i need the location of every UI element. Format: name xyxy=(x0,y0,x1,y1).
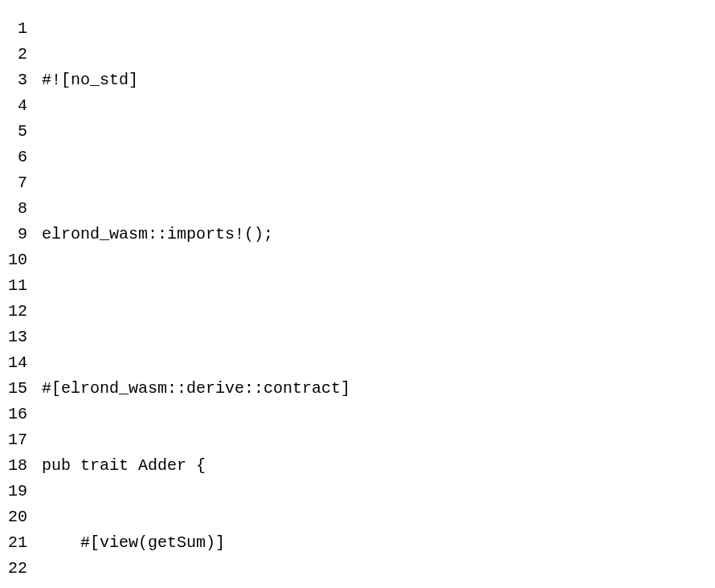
line-number: 8 xyxy=(8,196,27,222)
code-line xyxy=(42,299,707,325)
code-content: #![no_std] elrond_wasm::imports!(); #[el… xyxy=(42,16,707,588)
line-number-gutter: 1 2 3 4 5 6 7 8 9 10 11 12 13 14 15 16 1… xyxy=(8,16,42,588)
code-block: 1 2 3 4 5 6 7 8 9 10 11 12 13 14 15 16 1… xyxy=(8,16,707,588)
line-number: 7 xyxy=(8,170,27,196)
code-line: pub trait Adder { xyxy=(42,453,707,479)
line-number: 15 xyxy=(8,376,27,402)
line-number: 9 xyxy=(8,222,27,247)
code-line: #[elrond_wasm::derive::contract] xyxy=(42,376,707,402)
line-number: 12 xyxy=(8,299,27,325)
line-number: 4 xyxy=(8,93,27,119)
line-number: 6 xyxy=(8,145,27,170)
line-number: 10 xyxy=(8,247,27,273)
line-number: 22 xyxy=(8,556,27,582)
line-number: 3 xyxy=(8,67,27,93)
line-number: 5 xyxy=(8,119,27,145)
line-number: 13 xyxy=(8,325,27,350)
line-number: 14 xyxy=(8,350,27,376)
line-number: 11 xyxy=(8,273,27,299)
line-number: 17 xyxy=(8,427,27,453)
line-number: 16 xyxy=(8,402,27,427)
line-number: 20 xyxy=(8,504,27,530)
line-number: 19 xyxy=(8,479,27,504)
line-number: 21 xyxy=(8,530,27,556)
line-number: 1 xyxy=(8,16,27,42)
code-line xyxy=(42,145,707,170)
code-line: #[view(getSum)] xyxy=(42,530,707,556)
line-number: 18 xyxy=(8,453,27,479)
code-line: elrond_wasm::imports!(); xyxy=(42,222,707,247)
line-number: 2 xyxy=(8,42,27,67)
code-line: #![no_std] xyxy=(42,67,707,93)
